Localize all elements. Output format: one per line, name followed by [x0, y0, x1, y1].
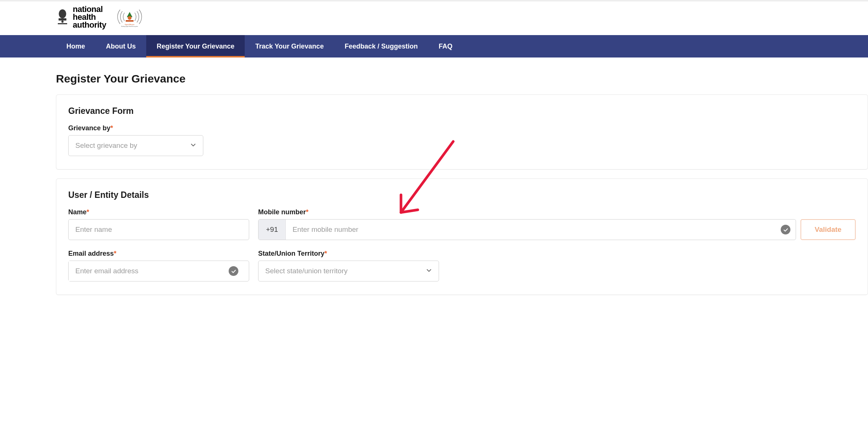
- check-circle-icon: [781, 225, 790, 234]
- email-input[interactable]: [69, 261, 229, 281]
- svg-rect-1: [59, 18, 66, 21]
- svg-point-2: [62, 21, 64, 23]
- main-nav: Home About Us Register Your Grievance Tr…: [0, 35, 868, 57]
- nav-label: Track Your Grievance: [255, 43, 323, 50]
- user-details-card: User / Entity Details Name* Mobile numbe…: [56, 178, 868, 295]
- grievance-by-select[interactable]: Select grievance by: [68, 135, 203, 156]
- state-label: State/Union Territory*: [258, 250, 439, 258]
- nav-label: Home: [66, 43, 85, 50]
- nav-home[interactable]: Home: [56, 35, 95, 57]
- label-text: State/Union Territory: [258, 250, 325, 257]
- mobile-label: Mobile number*: [258, 208, 856, 216]
- email-label: Email address*: [68, 250, 249, 258]
- user-details-title: User / Entity Details: [68, 190, 856, 200]
- svg-point-0: [59, 9, 66, 18]
- nav-feedback[interactable]: Feedback / Suggestion: [334, 35, 428, 57]
- validate-button[interactable]: Validate: [800, 219, 856, 240]
- svg-rect-3: [58, 23, 67, 24]
- svg-rect-5: [126, 20, 134, 22]
- svg-point-4: [128, 16, 131, 20]
- name-label: Name*: [68, 208, 249, 216]
- mobile-input-group: +91: [258, 219, 796, 240]
- required-asterisk: *: [306, 208, 308, 216]
- nav-label: Register Your Grievance: [157, 43, 234, 50]
- required-asterisk: *: [110, 124, 113, 132]
- nav-register-grievance[interactable]: Register Your Grievance: [146, 35, 245, 57]
- label-text: Email address: [68, 250, 114, 257]
- grievance-form-card: Grievance Form Grievance by* Select grie…: [56, 94, 868, 169]
- country-code: +91: [258, 220, 286, 240]
- nav-track-grievance[interactable]: Track Your Grievance: [245, 35, 334, 57]
- check-circle-icon: [229, 266, 238, 276]
- label-text: Name: [68, 208, 87, 216]
- svg-text:Building Digital Health Ecosys: Building Digital Health Ecosystem: [121, 26, 138, 27]
- grievance-by-label: Grievance by*: [68, 124, 856, 132]
- nav-label: About Us: [106, 43, 136, 50]
- chevron-down-icon: [426, 267, 432, 275]
- required-asterisk: *: [87, 208, 89, 216]
- required-asterisk: *: [114, 250, 116, 257]
- nav-label: FAQ: [439, 43, 452, 50]
- label-text: Mobile number: [258, 208, 306, 216]
- nav-label: Feedback / Suggestion: [345, 43, 418, 50]
- state-select[interactable]: Select state/union territory: [258, 261, 439, 281]
- nav-about-us[interactable]: About Us: [95, 35, 146, 57]
- label-text: Grievance by: [68, 124, 110, 132]
- page-title: Register Your Grievance: [56, 72, 868, 85]
- india-emblem-logo: [56, 7, 69, 28]
- nav-faq[interactable]: FAQ: [428, 35, 463, 57]
- digital-mission-logo: Digital Mission Building Digital Health …: [116, 5, 144, 29]
- select-placeholder: Select state/union territory: [265, 267, 348, 275]
- header-bar: national health authority: [0, 1, 868, 35]
- email-input-group: [68, 261, 249, 281]
- button-label: Validate: [815, 225, 842, 234]
- grievance-form-title: Grievance Form: [68, 106, 856, 116]
- name-input[interactable]: [68, 219, 249, 240]
- required-asterisk: *: [325, 250, 327, 257]
- nha-wordmark: national health authority: [73, 6, 106, 29]
- select-placeholder: Select grievance by: [75, 141, 137, 150]
- chevron-down-icon: [190, 141, 196, 150]
- org-line-3: authority: [73, 21, 106, 29]
- mobile-input[interactable]: [286, 220, 781, 240]
- svg-text:Digital Mission: Digital Mission: [125, 24, 134, 25]
